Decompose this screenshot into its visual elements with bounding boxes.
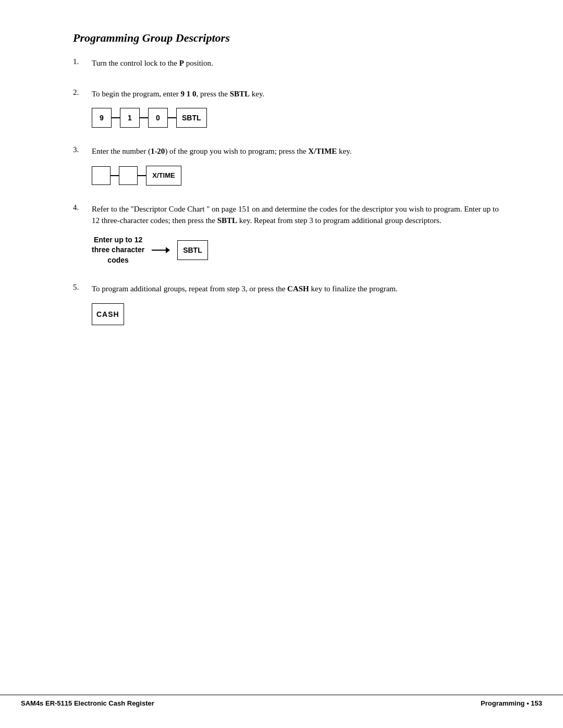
key-9: 9 <box>92 108 112 128</box>
key-empty-1 <box>92 166 111 185</box>
step-list: 1. Turn the control lock to the P positi… <box>73 57 500 332</box>
step-2-text: To begin the program, enter 9 1 0, press… <box>92 88 500 100</box>
connector-5 <box>138 175 146 176</box>
footer-right: Programming • 153 <box>481 699 542 707</box>
step-3-bold1: 1-20 <box>151 147 165 155</box>
step-5-bold: CASH <box>287 285 309 293</box>
step-3-content: Enter the number (1-20) of the group you… <box>92 145 500 193</box>
step-3-number: 3. <box>73 145 92 154</box>
step-2: 2. To begin the program, enter 9 1 0, pr… <box>73 88 500 135</box>
step-2-content: To begin the program, enter 9 1 0, press… <box>92 88 500 135</box>
page: Programming Group Descriptors 1. Turn th… <box>0 0 563 728</box>
connector-1 <box>112 117 120 118</box>
step-3: 3. Enter the number (1-20) of the group … <box>73 145 500 193</box>
footer-left: SAM4s ER-5115 Electronic Cash Register <box>21 699 154 707</box>
key-xtime: X/TIME <box>146 166 181 186</box>
connector-4 <box>111 175 119 176</box>
step-1-number: 1. <box>73 57 92 66</box>
step-4: 4. Refer to the "Descriptor Code Chart "… <box>73 203 500 273</box>
step-3-text: Enter the number (1-20) of the group you… <box>92 145 500 157</box>
step-5-text: To program additional groups, repeat fro… <box>92 283 500 295</box>
key-cash: CASH <box>92 303 124 325</box>
step-4-diagram: Enter up to 12three charactercodes SBTL <box>92 235 500 266</box>
step-5-key-sequence: CASH <box>92 303 500 325</box>
arrow-to-sbtl <box>152 247 170 253</box>
step-2-number: 2. <box>73 88 92 97</box>
step-2-bold1: 9 1 0 <box>181 90 197 98</box>
step-1-content: Turn the control lock to the P position. <box>92 57 500 78</box>
page-title: Programming Group Descriptors <box>73 31 500 45</box>
step-4-bold1: SBTL <box>217 216 237 225</box>
key-sbtl-2: SBTL <box>176 108 207 128</box>
enter-up-label: Enter up to 12three charactercodes <box>92 235 144 266</box>
step-5-number: 5. <box>73 283 92 292</box>
step-2-bold2: SBTL <box>230 90 250 98</box>
step-5-content: To program additional groups, repeat fro… <box>92 283 500 332</box>
step-1: 1. Turn the control lock to the P positi… <box>73 57 500 78</box>
page-footer: SAM4s ER-5115 Electronic Cash Register P… <box>0 695 563 707</box>
step-3-key-sequence: X/TIME <box>92 166 500 186</box>
step-1-text: Turn the control lock to the P position. <box>92 57 500 69</box>
key-0: 0 <box>148 108 168 128</box>
step-3-bold2: X/TIME <box>308 147 337 155</box>
step-4-number: 4. <box>73 203 92 212</box>
step-5: 5. To program additional groups, repeat … <box>73 283 500 332</box>
step-1-bold: P <box>179 59 184 67</box>
step-4-content: Refer to the "Descriptor Code Chart " on… <box>92 203 500 273</box>
key-empty-2 <box>119 166 138 185</box>
step-4-text: Refer to the "Descriptor Code Chart " on… <box>92 203 500 227</box>
key-sbtl-4: SBTL <box>177 240 208 260</box>
connector-3 <box>168 117 176 118</box>
step-2-key-sequence: 9 1 0 SBTL <box>92 108 500 128</box>
key-1: 1 <box>120 108 140 128</box>
connector-2 <box>140 117 148 118</box>
